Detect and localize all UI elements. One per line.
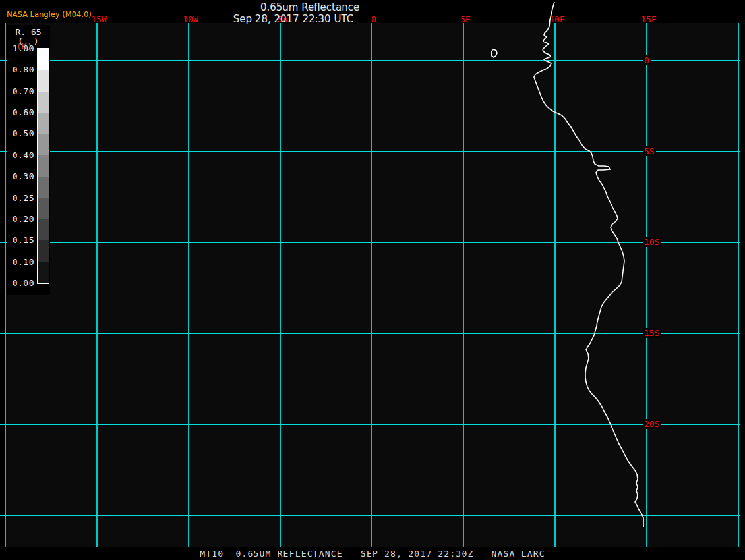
colorbar-tick-label: 0.00 bbox=[7, 278, 34, 288]
colorbar-segment bbox=[38, 262, 49, 283]
colorbar-tick-label: 0.25 bbox=[7, 193, 34, 203]
colorbar-segment bbox=[38, 240, 49, 262]
nasa-langley-credit: NASA Langley (M04.0) bbox=[7, 10, 92, 19]
colorbar-tick-label: 1.00 bbox=[7, 43, 34, 53]
colorbar-segment bbox=[38, 70, 49, 91]
lon-label-5E: 5E bbox=[460, 14, 471, 24]
lon-label-10W: 10W bbox=[183, 14, 198, 24]
colorbar-segment bbox=[38, 92, 49, 113]
colorbar-segment bbox=[38, 49, 49, 70]
colorbar-tick-label: 0.30 bbox=[7, 171, 34, 181]
colorbar-segment bbox=[38, 113, 49, 134]
colorbar-tick-label: 0.15 bbox=[7, 235, 34, 245]
colorbar-tick-label: 0.10 bbox=[7, 257, 34, 267]
colorbar-segment bbox=[38, 198, 49, 219]
satellite-map-screen: 15W10W5W05E10E15E 05S10S15S20S NASA Lang… bbox=[0, 0, 745, 560]
colorbar-segment bbox=[38, 219, 49, 240]
lon-label-10E: 10E bbox=[549, 14, 564, 24]
colorbar-title: R. 65 bbox=[7, 27, 50, 37]
colorbar-tick-label: 0.70 bbox=[7, 86, 34, 96]
island-outline bbox=[491, 49, 497, 57]
colorbar-segment bbox=[38, 177, 49, 198]
lat-label-5S: 5S bbox=[643, 146, 656, 156]
lon-label-0: 0 bbox=[371, 14, 376, 24]
colorbar-tick-label: 0.50 bbox=[7, 128, 34, 138]
lat-label-10S: 10S bbox=[643, 237, 661, 247]
colorbar-segment bbox=[38, 155, 49, 177]
map-graticule-and-coastline bbox=[0, 0, 745, 560]
lat-label-15S: 15S bbox=[643, 328, 661, 338]
lon-label-15E: 15E bbox=[641, 14, 656, 24]
colorbar-tick-label: 0.20 bbox=[7, 214, 34, 224]
colorbar-panel: R. 65 (--) (K) 1.000.800.700.600.500.400… bbox=[7, 25, 50, 295]
footer-bar: MT10 0.65UM REFLECTANCE SEP 28, 2017 22:… bbox=[0, 547, 745, 560]
lon-label-15W: 15W bbox=[91, 14, 106, 24]
coastline bbox=[534, 2, 643, 527]
lat-label-20S: 20S bbox=[643, 419, 661, 429]
lon-label-5W: 5W bbox=[277, 14, 287, 24]
colorbar bbox=[37, 48, 49, 284]
colorbar-tick-label: 0.40 bbox=[7, 150, 34, 160]
colorbar-segment bbox=[38, 134, 49, 155]
colorbar-tick-label: 0.80 bbox=[7, 65, 34, 74]
lat-label-0: 0 bbox=[643, 55, 651, 65]
colorbar-tick-label: 0.60 bbox=[7, 107, 34, 117]
footer-text: MT10 0.65UM REFLECTANCE SEP 28, 2017 22:… bbox=[200, 549, 545, 559]
